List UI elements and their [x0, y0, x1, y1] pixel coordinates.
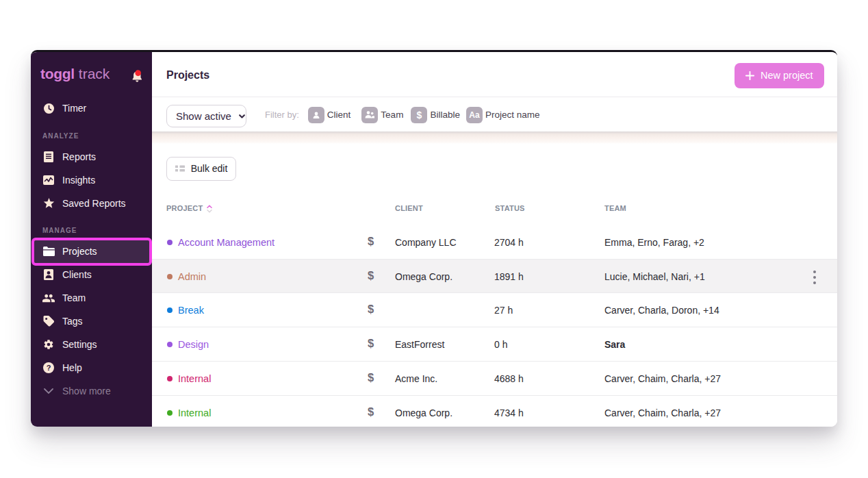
svg-text:?: ? [47, 364, 51, 372]
